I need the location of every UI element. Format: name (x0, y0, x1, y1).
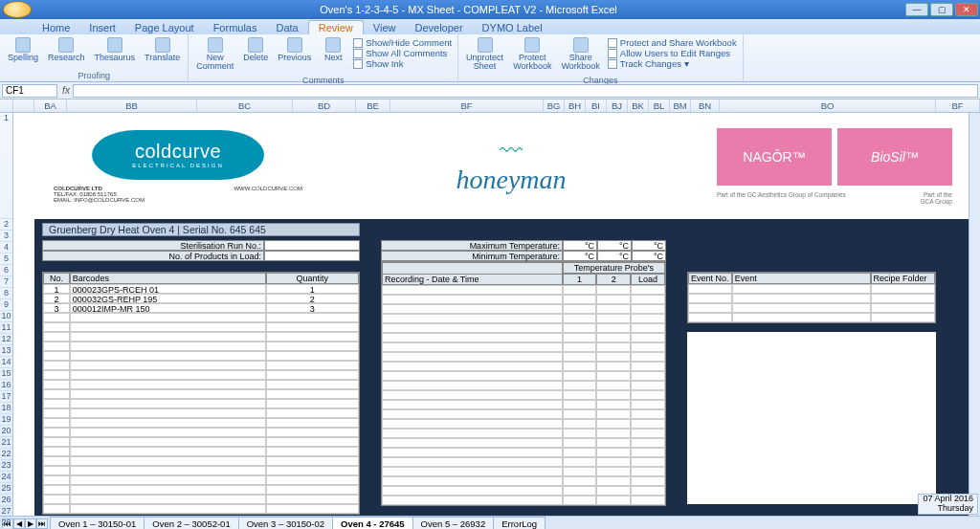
previous-comment-button[interactable]: Previous (274, 36, 315, 63)
row-13[interactable]: 13 (0, 345, 12, 357)
research-button[interactable]: Research (44, 36, 89, 63)
track-changes[interactable]: Track Changes ▾ (608, 58, 737, 69)
col-BI[interactable]: BI (586, 99, 607, 112)
table-row[interactable] (382, 295, 665, 304)
maxtemp-2[interactable]: °C (597, 240, 632, 251)
minimize-button[interactable]: — (905, 3, 928, 16)
table-row[interactable] (688, 294, 935, 303)
tab-home[interactable]: Home (33, 21, 79, 34)
row-24[interactable]: 24 (0, 472, 12, 483)
table-row[interactable] (43, 361, 359, 370)
table-row[interactable] (382, 323, 665, 333)
tab-review[interactable]: Review (308, 20, 364, 34)
table-row[interactable] (43, 389, 359, 399)
col-BB[interactable]: BB (67, 99, 197, 112)
table-row[interactable] (43, 456, 359, 466)
table-row[interactable] (382, 304, 665, 314)
spelling-button[interactable]: Spelling (4, 36, 42, 63)
name-box[interactable]: CF1 (2, 84, 57, 98)
sheet-oven4[interactable]: Oven 4 - 27645 (332, 517, 413, 529)
close-button[interactable]: ✕ (955, 3, 978, 16)
row-9[interactable]: 9 (0, 299, 12, 311)
sheet-oven3[interactable]: Oven 3 – 30150-02 (238, 517, 333, 529)
row-3[interactable]: 3 (0, 231, 12, 242)
table-row[interactable] (43, 504, 359, 514)
sheet-errorlog[interactable]: ErrorLog (493, 517, 546, 529)
translate-button[interactable]: Translate (141, 36, 184, 63)
row-12[interactable]: 12 (0, 334, 12, 345)
row-11[interactable]: 11 (0, 322, 12, 334)
mintemp-3[interactable]: °C (632, 251, 666, 261)
sheet-oven2[interactable]: Oven 2 – 30052-01 (144, 517, 238, 529)
table-row[interactable] (688, 284, 935, 294)
table-row[interactable]: 1000023GPS-RCEH 011 (43, 284, 359, 294)
row-14[interactable]: 14 (0, 357, 12, 368)
table-row[interactable] (382, 400, 665, 409)
row-15[interactable]: 15 (0, 368, 12, 380)
maxtemp-3[interactable]: °C (632, 240, 666, 251)
row-6[interactable]: 6 (0, 265, 12, 276)
table-row[interactable] (382, 419, 665, 429)
row-18[interactable]: 18 (0, 403, 12, 414)
tab-view[interactable]: View (364, 21, 406, 34)
row-4[interactable]: 4 (0, 242, 12, 253)
allow-edit-ranges[interactable]: Allow Users to Edit Ranges (608, 48, 737, 58)
table-row[interactable] (43, 418, 359, 428)
col-BA[interactable]: BA (34, 99, 67, 112)
office-button[interactable] (3, 1, 32, 18)
protect-share-workbook[interactable]: Protect and Share Workbook (608, 37, 737, 48)
share-workbook-button[interactable]: Share Workbook (557, 36, 603, 73)
row-19[interactable]: 19 (0, 414, 12, 426)
maxtemp-1[interactable]: °C (563, 240, 597, 251)
show-ink[interactable]: Show Ink (353, 58, 452, 69)
table-row[interactable] (382, 352, 665, 362)
next-comment-button[interactable]: Next (317, 36, 349, 63)
table-row[interactable] (382, 467, 665, 476)
table-row[interactable]: 3000012IMP-MR 1503 (43, 303, 359, 313)
delete-comment-button[interactable]: Delete (239, 36, 272, 63)
table-row[interactable] (43, 399, 359, 408)
row-27[interactable]: 27 (0, 506, 12, 518)
table-row[interactable] (688, 313, 935, 322)
row-7[interactable]: 7 (0, 276, 12, 288)
table-row[interactable] (43, 447, 359, 456)
vertical-scrollbar[interactable] (969, 113, 980, 516)
table-row[interactable] (43, 313, 359, 322)
table-row[interactable] (382, 486, 665, 496)
protect-workbook-button[interactable]: Protect Workbook (509, 36, 555, 73)
products-value[interactable] (264, 251, 360, 261)
col-BJ[interactable]: BJ (607, 99, 628, 112)
table-row[interactable] (43, 485, 359, 495)
row-22[interactable]: 22 (0, 449, 12, 460)
row-21[interactable]: 21 (0, 437, 12, 449)
table-row[interactable] (382, 390, 665, 400)
new-comment-button[interactable]: New Comment (192, 36, 237, 73)
tab-insert[interactable]: Insert (79, 21, 125, 34)
row-16[interactable]: 16 (0, 380, 12, 391)
table-row[interactable] (382, 448, 665, 457)
col-BH[interactable]: BH (565, 99, 586, 112)
table-row[interactable] (382, 362, 665, 371)
row-8[interactable]: 8 (0, 288, 12, 299)
row-23[interactable]: 23 (0, 460, 12, 472)
formula-input[interactable] (73, 84, 978, 98)
table-row[interactable] (382, 314, 665, 323)
row-5[interactable]: 5 (0, 253, 12, 265)
table-row[interactable] (382, 333, 665, 342)
table-row[interactable] (43, 466, 359, 475)
tab-nav-last[interactable]: ⏭ (36, 518, 48, 529)
sheet-oven1[interactable]: Oven 1 – 30150-01 (50, 517, 145, 529)
col-BF-right[interactable]: BF (936, 99, 980, 112)
table-row[interactable] (43, 408, 359, 418)
tab-nav-next[interactable]: ▶ (25, 518, 36, 529)
tab-nav-prev[interactable]: ◀ (13, 518, 25, 529)
worksheet-canvas[interactable]: coldcurve ELECTRICAL DESIGN COLDCURVE LT… (13, 113, 980, 516)
sheet-oven5[interactable]: Oven 5 – 26932 (412, 517, 495, 529)
table-row[interactable] (43, 428, 359, 437)
fx-icon[interactable]: fx (59, 85, 73, 96)
table-row[interactable] (382, 429, 665, 438)
tab-page-layout[interactable]: Page Layout (125, 21, 204, 34)
table-row[interactable] (382, 438, 665, 448)
col-BK[interactable]: BK (628, 99, 649, 112)
table-row[interactable] (382, 371, 665, 381)
